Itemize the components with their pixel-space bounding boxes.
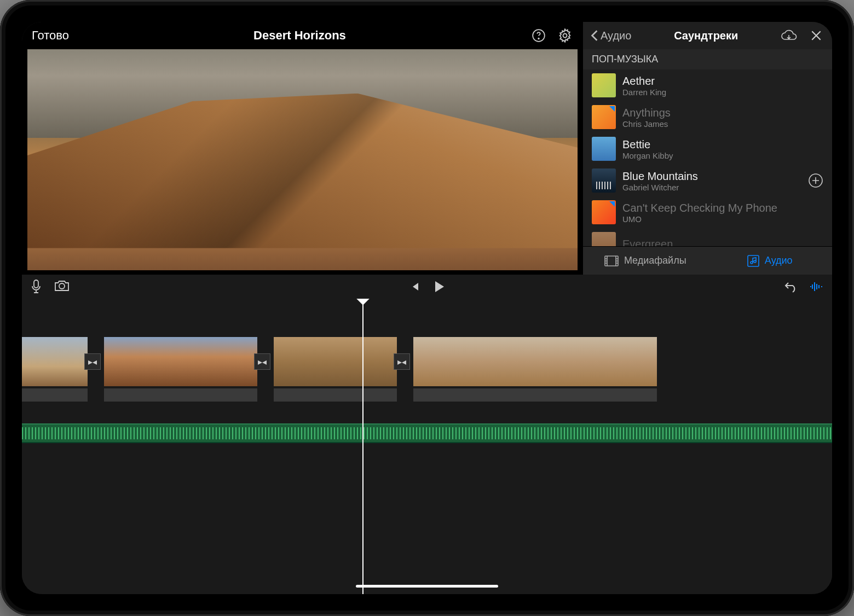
track-item[interactable]: Aether Darren King [583, 69, 832, 101]
back-button[interactable]: Аудио [591, 30, 631, 42]
svg-point-7 [59, 283, 65, 289]
track-item[interactable]: Bettie Morgan Kibby [583, 133, 832, 165]
tab-audio[interactable]: Аудио [708, 247, 833, 275]
transition-icon[interactable]: ▸◂ [254, 353, 270, 370]
project-title: Desert Horizons [69, 28, 530, 43]
track-list[interactable]: Aether Darren King Anythings Chris James [583, 69, 832, 246]
transition-icon[interactable]: ▸◂ [84, 353, 101, 370]
track-item[interactable]: Evergreen [583, 228, 832, 246]
track-artist: Chris James [622, 119, 823, 129]
playhead[interactable] [362, 299, 363, 594]
home-indicator[interactable] [356, 585, 498, 588]
track-title: Blue Mountains [622, 170, 801, 183]
video-clip[interactable] [22, 337, 88, 386]
track-title: Can't Keep Checking My Phone [622, 201, 823, 214]
track-item[interactable]: Can't Keep Checking My Phone UMO [583, 196, 832, 228]
album-art-icon [592, 137, 616, 161]
album-art-icon [592, 168, 616, 193]
video-clip[interactable] [274, 337, 397, 386]
video-clip[interactable] [413, 337, 657, 386]
audio-sidebar: Аудио Саундтреки ПОП-МУЗЫКА [583, 22, 832, 275]
transition-icon[interactable]: ▸◂ [394, 353, 410, 370]
toolbar [22, 275, 832, 299]
svg-rect-6 [34, 280, 38, 288]
settings-gear-icon[interactable] [557, 27, 573, 44]
back-label: Аудио [601, 30, 631, 42]
sidebar-title: Саундтреки [637, 30, 775, 42]
tab-audio-label: Аудио [765, 255, 793, 266]
tab-media[interactable]: Медиафайлы [583, 247, 708, 275]
track-item[interactable]: Blue Mountains Gabriel Witcher [583, 165, 832, 196]
timeline[interactable]: ▸◂ ▸◂ ▸◂ [22, 299, 832, 594]
microphone-icon[interactable] [31, 279, 42, 294]
svg-point-1 [538, 38, 539, 39]
track-artist: UMO [622, 214, 823, 224]
undo-icon[interactable] [784, 281, 798, 293]
video-clip[interactable] [104, 337, 257, 386]
skip-back-icon[interactable] [409, 281, 420, 292]
track-artist: Gabriel Witcher [622, 183, 801, 192]
section-header: ПОП-МУЗЫКА [583, 49, 832, 69]
album-art-icon [592, 105, 616, 129]
done-button[interactable]: Готово [32, 28, 69, 43]
track-artist: Morgan Kibby [622, 151, 823, 160]
play-icon[interactable] [433, 280, 445, 293]
track-title: Aether [622, 74, 823, 88]
track-title: Bettie [622, 138, 823, 151]
add-track-icon[interactable] [808, 173, 823, 188]
waveform-icon[interactable] [809, 281, 823, 293]
close-icon[interactable] [808, 27, 824, 44]
album-art-icon [592, 232, 616, 246]
preview-header: Готово Desert Horizons [22, 22, 583, 49]
track-title: Evergreen [622, 237, 823, 246]
audio-track[interactable] [22, 423, 832, 443]
tab-media-label: Медиафайлы [624, 255, 686, 266]
svg-rect-5 [748, 255, 759, 266]
album-art-icon [592, 200, 616, 224]
svg-point-2 [563, 34, 567, 38]
video-preview[interactable] [27, 49, 578, 270]
track-title: Anythings [622, 106, 823, 119]
album-art-icon [592, 73, 616, 97]
camera-icon[interactable] [54, 279, 70, 294]
track-artist: Darren King [622, 88, 823, 97]
track-item[interactable]: Anythings Chris James [583, 101, 832, 133]
download-cloud-icon[interactable] [781, 27, 797, 44]
help-icon[interactable] [530, 27, 547, 44]
